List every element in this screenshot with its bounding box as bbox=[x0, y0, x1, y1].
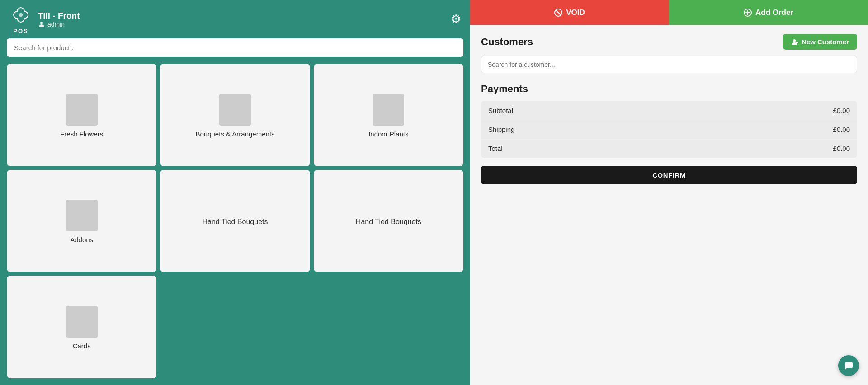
addons-label: Addons bbox=[70, 236, 93, 244]
header-title-group: Till - Front admin bbox=[38, 11, 80, 28]
bouquets-label: Bouquets & Arrangements bbox=[195, 130, 274, 138]
new-customer-button[interactable]: New Customer bbox=[783, 34, 857, 50]
product-card-hand-tied-1[interactable]: Hand Tied Bouquets bbox=[160, 170, 310, 272]
payments-title: Payments bbox=[481, 83, 857, 95]
header-right[interactable]: ⚙ bbox=[451, 12, 461, 26]
confirm-button[interactable]: CONFIRM bbox=[481, 166, 857, 184]
header-left: POS Till - Front admin bbox=[9, 4, 80, 34]
pos-logo-icon bbox=[9, 4, 33, 28]
payment-row-shipping: Shipping £0.00 bbox=[481, 120, 857, 139]
indoor-plants-label: Indoor Plants bbox=[368, 130, 408, 138]
customer-search-input[interactable] bbox=[481, 56, 857, 73]
fresh-flowers-image bbox=[66, 94, 98, 126]
hand-tied-1-label: Hand Tied Bouquets bbox=[202, 218, 268, 226]
svg-point-1 bbox=[40, 22, 43, 24]
admin-label: admin bbox=[47, 21, 65, 28]
add-order-label: Add Order bbox=[755, 8, 793, 17]
header-title: Till - Front bbox=[38, 11, 80, 21]
cards-image bbox=[66, 306, 98, 338]
settings-icon[interactable]: ⚙ bbox=[451, 12, 461, 26]
chat-bubble[interactable] bbox=[838, 355, 859, 376]
fresh-flowers-label: Fresh Flowers bbox=[60, 130, 103, 138]
customers-header: Customers New Customer bbox=[481, 34, 857, 50]
payment-row-subtotal: Subtotal £0.00 bbox=[481, 101, 857, 120]
payments-table: Subtotal £0.00 Shipping £0.00 Total £0.0… bbox=[481, 101, 857, 158]
new-customer-label: New Customer bbox=[802, 38, 849, 46]
left-panel: POS Till - Front admin ⚙ bbox=[0, 0, 470, 385]
total-value: £0.00 bbox=[833, 145, 850, 152]
subtotal-label: Subtotal bbox=[488, 107, 513, 114]
app-wrapper: POS Till - Front admin ⚙ bbox=[0, 0, 868, 385]
user-icon bbox=[38, 21, 45, 28]
total-label: Total bbox=[488, 145, 503, 152]
search-bar-wrap bbox=[0, 38, 470, 64]
cards-label: Cards bbox=[73, 342, 91, 350]
right-panel-inner: Customers New Customer Payments Subtotal bbox=[470, 25, 868, 385]
indoor-plants-image bbox=[373, 94, 404, 126]
svg-point-7 bbox=[793, 39, 796, 42]
void-button[interactable]: VOID bbox=[470, 0, 669, 25]
add-order-button[interactable]: Add Order bbox=[669, 0, 868, 25]
product-card-fresh-flowers[interactable]: Fresh Flowers bbox=[7, 64, 156, 166]
bouquets-image bbox=[219, 94, 251, 126]
subtotal-value: £0.00 bbox=[833, 107, 850, 114]
new-customer-icon bbox=[791, 38, 798, 46]
product-grid: Fresh Flowers Bouquets & Arrangements In… bbox=[0, 64, 470, 385]
svg-line-3 bbox=[556, 10, 561, 15]
product-card-indoor-plants[interactable]: Indoor Plants bbox=[314, 64, 463, 166]
product-card-cards[interactable]: Cards bbox=[7, 276, 156, 378]
product-card-addons[interactable]: Addons bbox=[7, 170, 156, 272]
product-card-bouquets[interactable]: Bouquets & Arrangements bbox=[160, 64, 310, 166]
void-label: VOID bbox=[566, 8, 585, 17]
shipping-value: £0.00 bbox=[833, 126, 850, 133]
svg-point-0 bbox=[19, 13, 23, 17]
right-panel: VOID Add Order Customers bbox=[470, 0, 868, 385]
add-order-icon bbox=[744, 9, 752, 17]
payment-row-total: Total £0.00 bbox=[481, 139, 857, 158]
product-card-hand-tied-2[interactable]: Hand Tied Bouquets bbox=[314, 170, 463, 272]
customers-title: Customers bbox=[481, 36, 533, 48]
pos-label: POS bbox=[13, 28, 28, 34]
addons-image bbox=[66, 200, 98, 231]
hand-tied-2-label: Hand Tied Bouquets bbox=[356, 218, 421, 226]
chat-icon bbox=[844, 361, 854, 371]
pos-logo: POS bbox=[9, 4, 33, 34]
header-user: admin bbox=[38, 21, 80, 28]
header: POS Till - Front admin ⚙ bbox=[0, 0, 470, 38]
top-action-bar: VOID Add Order bbox=[470, 0, 868, 25]
void-icon bbox=[554, 9, 562, 17]
shipping-label: Shipping bbox=[488, 126, 514, 133]
search-input[interactable] bbox=[7, 38, 463, 57]
